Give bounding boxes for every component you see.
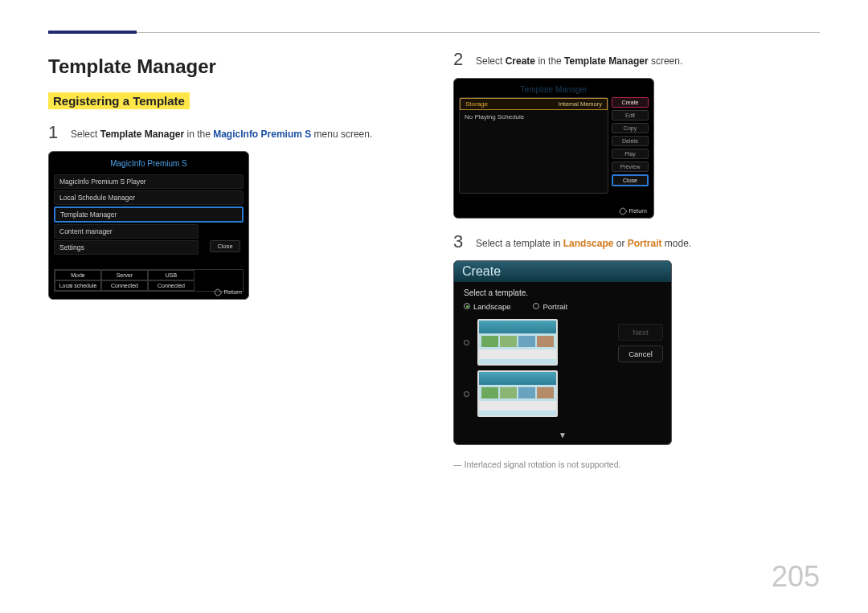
delete-button[interactable]: Delete bbox=[612, 136, 649, 146]
select-dot-icon bbox=[464, 391, 469, 397]
grid-header-server: Server bbox=[101, 270, 148, 280]
create-button-column: Next Cancel bbox=[618, 324, 663, 362]
figure2-button-column: Create Edit Copy Delete Play Preview Clo… bbox=[612, 97, 649, 194]
radio-landscape[interactable]: Landscape bbox=[464, 302, 510, 311]
create-button[interactable]: Create bbox=[612, 97, 649, 108]
menu-item-settings[interactable]: Settings bbox=[54, 240, 199, 255]
step-number: 1 bbox=[48, 124, 59, 141]
return-row[interactable]: Return bbox=[215, 288, 242, 296]
footnote-text: Interlaced signal rotation is not suppor… bbox=[465, 460, 621, 469]
left-column: Template Manager Registering a Template … bbox=[48, 51, 415, 469]
content-columns: Template Manager Registering a Template … bbox=[48, 51, 820, 469]
edit-button[interactable]: Edit bbox=[612, 110, 649, 121]
orientation-row: Landscape Portrait bbox=[464, 302, 661, 311]
copy-button[interactable]: Copy bbox=[612, 123, 649, 133]
figure2-title: Template Manager bbox=[459, 84, 649, 97]
step-number: 3 bbox=[453, 233, 465, 251]
radio-portrait[interactable]: Portrait bbox=[533, 302, 567, 311]
play-button[interactable]: Play bbox=[612, 149, 649, 159]
grid-value-usb: Connected bbox=[148, 280, 194, 291]
step-text: Select Template Manager in the MagicInfo… bbox=[71, 124, 372, 141]
section-subheading: Registering a Template bbox=[48, 92, 190, 109]
figure1-title: MagicInfo Premium S bbox=[54, 157, 244, 173]
template-thumbnail bbox=[477, 319, 558, 366]
menu-item-content-manager[interactable]: Content manager bbox=[54, 224, 199, 239]
close-button[interactable]: Close bbox=[210, 240, 240, 252]
page-number: 205 bbox=[772, 560, 820, 594]
next-button[interactable]: Next bbox=[618, 324, 663, 341]
menu-item-local-schedule[interactable]: Local Schedule Manager bbox=[54, 190, 244, 205]
grid-header-mode: Mode bbox=[55, 270, 101, 280]
preview-button[interactable]: Preview bbox=[612, 161, 649, 172]
return-label: Return bbox=[223, 288, 242, 296]
footnote: ―Interlaced signal rotation is not suppo… bbox=[453, 460, 820, 469]
select-dot-icon bbox=[464, 340, 469, 345]
radio-icon bbox=[533, 303, 539, 309]
step-2: 2 Select Create in the Template Manager … bbox=[453, 51, 820, 68]
select-template-label: Select a template. bbox=[464, 288, 661, 297]
scroll-down-icon[interactable]: ▼ bbox=[559, 431, 567, 439]
header-accent-bar bbox=[48, 31, 137, 34]
menu-item-player[interactable]: MagicInfo Premium S Player bbox=[54, 174, 244, 189]
return-icon bbox=[619, 206, 628, 215]
template-thumbnail bbox=[477, 370, 558, 417]
page: Template Manager Registering a Template … bbox=[0, 0, 868, 613]
radio-icon bbox=[464, 303, 470, 309]
close-button[interactable]: Close bbox=[612, 174, 649, 186]
grid-value-server: Connected bbox=[101, 280, 148, 291]
figure-template-manager: Template Manager Storage Internal Memory… bbox=[453, 78, 654, 219]
return-row[interactable]: Return bbox=[620, 207, 647, 215]
create-header: Create bbox=[454, 261, 671, 282]
return-label: Return bbox=[628, 207, 647, 215]
cancel-button[interactable]: Cancel bbox=[618, 345, 663, 362]
step-text: Select a template in Landscape or Portra… bbox=[476, 233, 691, 251]
figure-create-template: Create Select a template. Landscape Port… bbox=[453, 260, 672, 445]
storage-row[interactable]: Storage Internal Memory bbox=[460, 98, 608, 110]
menu-item-template-manager[interactable]: Template Manager bbox=[54, 206, 244, 223]
step-1: 1 Select Template Manager in the MagicIn… bbox=[48, 124, 415, 141]
step-text: Select Create in the Template Manager sc… bbox=[476, 51, 682, 68]
header-rule bbox=[48, 32, 820, 33]
grid-header-usb: USB bbox=[148, 270, 194, 280]
step-3: 3 Select a template in Landscape or Port… bbox=[453, 233, 820, 251]
figure-magicinfo-menu: MagicInfo Premium S MagicInfo Premium S … bbox=[48, 151, 249, 300]
figure2-content-pane: Storage Internal Memory No Playing Sched… bbox=[459, 97, 608, 194]
page-title: Template Manager bbox=[48, 55, 415, 78]
grid-value-mode: Local schedule bbox=[55, 280, 101, 291]
return-icon bbox=[214, 288, 223, 296]
template-option-2[interactable] bbox=[464, 370, 661, 417]
no-playing-schedule: No Playing Schedule bbox=[460, 110, 608, 124]
internal-memory-label: Internal Memory bbox=[559, 100, 602, 108]
step-number: 2 bbox=[453, 51, 465, 68]
right-column: 2 Select Create in the Template Manager … bbox=[453, 51, 820, 469]
storage-label: Storage bbox=[465, 100, 488, 108]
